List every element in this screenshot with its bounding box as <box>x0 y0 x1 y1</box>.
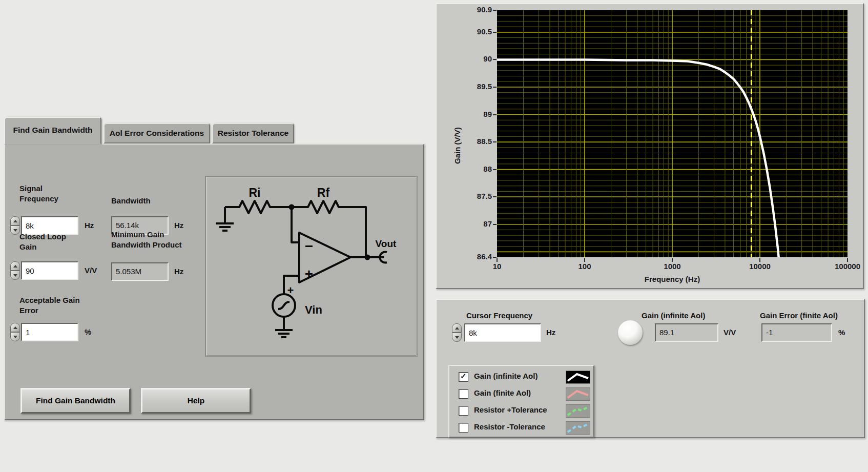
bandwidth-unit: Hz <box>174 221 183 230</box>
legend-label: Gain (infinite Aol) <box>474 372 538 380</box>
line-style-swatch[interactable] <box>566 421 590 435</box>
acceptable-gain-error-stepper <box>10 323 20 341</box>
tab-find-gain-bandwidth[interactable]: Find Gain Bandwidth <box>4 117 101 145</box>
inverting-input-sign: − <box>305 238 313 254</box>
y-tick-label: 88 <box>457 165 492 173</box>
gain-infinite-aol-unit: V/V <box>724 328 736 337</box>
output-dot <box>365 255 370 260</box>
min-gbp-indicator: 5.053M <box>111 262 169 281</box>
y-tick-mark <box>493 141 497 142</box>
closed-loop-gain-unit: V/V <box>85 266 97 275</box>
y-tick-label: 88.5 <box>457 137 492 146</box>
legend-row-resistor-minus-tolerance: ✓ Resistor -Tolerance <box>449 420 593 437</box>
line-style-swatch[interactable] <box>566 387 590 401</box>
x-tick-label: 10 <box>474 262 520 271</box>
source-plus-sign: + <box>287 284 294 297</box>
vin-label: Vin <box>305 303 322 316</box>
cursor-frequency-input[interactable] <box>464 323 541 342</box>
cursor-frequency-stepper <box>452 323 462 342</box>
opamp-circuit-diagram: Ri Rf Vout Vin − + + <box>205 176 417 356</box>
y-tick-label: 90 <box>457 54 492 63</box>
legend-label: Resistor -Tolerance <box>474 422 545 431</box>
legend-checkbox-resistor-minus-tolerance[interactable]: ✓ <box>459 423 468 433</box>
tab-resistor-tolerance[interactable]: Resistor Tolerance <box>212 123 294 143</box>
increment-arrow-icon[interactable] <box>10 216 20 225</box>
y-tick-label: 90.9 <box>457 5 492 14</box>
legend-label: Gain (finite Aol) <box>474 388 531 397</box>
find-gain-bandwidth-panel: Signal Frequency Hz Bandwidth 56.14k Hz … <box>4 143 424 420</box>
ri-label: Ri <box>249 186 261 199</box>
circuit-schematic-icon: Ri Rf Vout Vin − + + <box>206 177 416 355</box>
acceptable-gain-error-label: Acceptable Gain Error <box>19 295 107 316</box>
legend-checkbox-gain-infinite-aol[interactable]: ✓ <box>459 372 468 382</box>
y-tick-mark <box>493 169 497 170</box>
check-icon: ✓ <box>460 372 467 381</box>
closed-loop-gain-input[interactable] <box>21 261 78 280</box>
x-tick-label: 10000 <box>737 262 783 271</box>
gain-infinite-aol-indicator: 89.1 <box>655 323 718 342</box>
cursor-panel: Cursor Frequency Hz Gain (infinite Aol) … <box>436 299 865 438</box>
y-tick-label: 89 <box>457 110 492 118</box>
x-tick-label: 100 <box>562 262 608 271</box>
x-tick-label: 100000 <box>824 262 868 271</box>
y-tick-mark <box>493 114 497 115</box>
y-tick-mark <box>493 196 497 197</box>
y-tick-mark <box>493 224 497 225</box>
gain-error-finite-aol-indicator: -1 <box>761 323 832 342</box>
x-tick-mark <box>759 258 760 262</box>
acceptable-gain-error-input[interactable] <box>21 323 78 341</box>
legend-checkbox-resistor-plus-tolerance[interactable]: ✓ <box>459 406 468 416</box>
y-tick-mark <box>493 32 497 33</box>
x-tick-label: 1000 <box>649 262 695 271</box>
decrement-arrow-icon[interactable] <box>10 332 20 341</box>
gain-infinite-aol-label: Gain (infinite Aol) <box>642 311 705 320</box>
x-tick-mark <box>584 258 585 262</box>
find-gain-bandwidth-button[interactable]: Find Gain Bandwidth <box>20 388 131 414</box>
signal-frequency-label: Signal Frequency <box>19 183 101 204</box>
closed-loop-gain-label: Closed Loop Gain <box>19 232 101 252</box>
cursor-frequency-label: Cursor Frequency <box>466 311 532 320</box>
increment-arrow-icon[interactable] <box>10 261 20 271</box>
y-tick-mark <box>493 10 497 11</box>
x-axis-title: Frequency (Hz) <box>606 275 739 283</box>
increment-arrow-icon[interactable] <box>10 323 20 332</box>
plot-legend: ✓ Gain (infinite Aol) ✓ Gain (finite Aol… <box>448 365 594 438</box>
signal-frequency-unit: Hz <box>85 221 94 230</box>
gain-error-finite-aol-unit: % <box>838 328 845 337</box>
legend-row-gain-infinite-aol: ✓ Gain (infinite Aol) <box>449 369 593 386</box>
decrement-arrow-icon[interactable] <box>10 271 20 280</box>
legend-row-resistor-plus-tolerance: ✓ Resistor +Tolerance <box>449 403 593 420</box>
help-button[interactable]: Help <box>141 388 251 414</box>
line-style-swatch[interactable] <box>566 371 590 384</box>
bandwidth-label: Bandwidth <box>111 196 193 206</box>
gain-plot-area[interactable] <box>497 10 848 257</box>
acceptable-gain-error-unit: % <box>85 327 91 336</box>
y-tick-mark <box>493 257 497 258</box>
y-tick-label: 87 <box>457 219 492 228</box>
cursor-frequency-unit: Hz <box>546 328 555 337</box>
y-tick-label: 86.4 <box>457 252 492 261</box>
x-tick-mark <box>847 258 848 262</box>
cursor-handle-ball[interactable] <box>618 320 643 345</box>
gain-frequency-chart-panel: Gain (V/V) Frequency (Hz) 90.990.59089.5… <box>436 3 864 289</box>
app-window: { "window": { "width": 1694, "height": 9… <box>0 0 868 472</box>
line-style-swatch[interactable] <box>566 404 590 418</box>
min-gbp-unit: Hz <box>174 267 183 276</box>
decrement-arrow-icon[interactable] <box>452 333 462 342</box>
rf-label: Rf <box>317 186 330 199</box>
min-gbp-label: Minimum Gain Bandwidth Product <box>111 230 203 250</box>
x-tick-mark <box>672 258 673 262</box>
y-axis-title: Gain (V/V) <box>453 127 462 164</box>
legend-label: Resistor +Tolerance <box>474 405 547 414</box>
y-tick-label: 87.5 <box>457 192 492 200</box>
y-tick-label: 89.5 <box>457 82 492 91</box>
signal-frequency-stepper <box>10 216 20 235</box>
decrement-arrow-icon[interactable] <box>10 225 20 235</box>
legend-checkbox-gain-finite-aol[interactable]: ✓ <box>459 389 468 399</box>
tab-aol-error-considerations[interactable]: Aol Error Considerations <box>104 123 210 143</box>
x-tick-mark <box>497 258 498 262</box>
legend-row-gain-finite-aol: ✓ Gain (finite Aol) <box>449 386 593 403</box>
y-tick-mark <box>493 87 497 88</box>
gain-error-finite-aol-label: Gain Error (finite Aol) <box>760 311 838 320</box>
increment-arrow-icon[interactable] <box>452 323 462 333</box>
